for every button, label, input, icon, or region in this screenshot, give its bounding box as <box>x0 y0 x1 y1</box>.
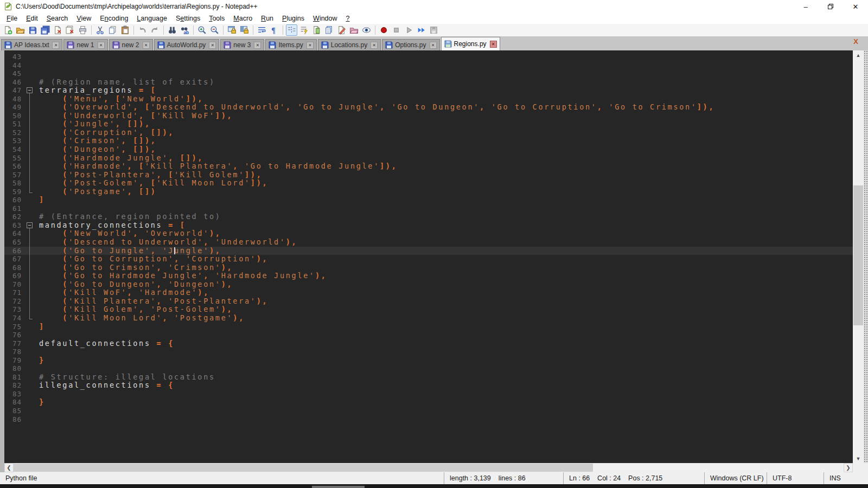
zoom-in-icon[interactable] <box>196 24 208 36</box>
code-text[interactable]: ('Hardmode Jungle', []), <box>35 154 853 163</box>
function-list-icon[interactable] <box>298 24 310 36</box>
fold-collapse-icon[interactable] <box>25 221 35 230</box>
line-number[interactable]: 73 <box>4 305 25 314</box>
code-text[interactable]: ('Postgame', []) <box>35 188 853 196</box>
tab-close-icon[interactable]: ✕ <box>430 42 437 49</box>
code-text[interactable]: ('Corruption', []), <box>35 129 853 137</box>
code-text[interactable]: ('Crimson', []), <box>35 137 853 145</box>
tab-locations-py[interactable]: Locations.py✕ <box>318 39 381 50</box>
line-number[interactable]: 75 <box>4 323 25 331</box>
menu-search[interactable]: Search <box>42 14 73 23</box>
show-all-characters-icon[interactable]: ¶ <box>269 24 280 36</box>
restore-icon[interactable] <box>818 0 843 13</box>
macro-run-multiple-icon[interactable] <box>416 24 427 36</box>
new-file-icon[interactable] <box>2 24 14 36</box>
line-number[interactable]: 80 <box>4 364 25 373</box>
tab-close-icon[interactable]: ✕ <box>307 42 314 49</box>
line-number[interactable]: 44 <box>4 61 25 70</box>
redo-icon[interactable] <box>149 24 161 36</box>
code-text[interactable]: ('Kill Golem', 'Post-Golem'), <box>35 305 853 314</box>
zoom-out-icon[interactable] <box>209 24 220 36</box>
code-text[interactable] <box>35 53 853 61</box>
code-text[interactable]: ('Underworld', ['Kill WoF']), <box>35 112 853 120</box>
menu-window[interactable]: Window <box>309 14 341 23</box>
cut-icon[interactable] <box>94 24 106 36</box>
scroll-right-icon[interactable]: ❯ <box>844 463 853 472</box>
document-map-icon[interactable] <box>311 24 322 36</box>
code-text[interactable]: ('Hardmode', ['Kill Plantera', 'Go to Ha… <box>35 162 853 171</box>
save-icon[interactable] <box>27 24 39 36</box>
line-number[interactable]: 56 <box>4 162 25 171</box>
line-number[interactable]: 64 <box>4 229 25 238</box>
menu-file[interactable]: File <box>2 14 22 23</box>
code-text[interactable]: ] <box>35 323 853 331</box>
vertical-scrollbar-thumb[interactable] <box>853 185 863 325</box>
code-text[interactable] <box>35 69 853 78</box>
tab-close-icon[interactable]: ✕ <box>143 42 150 49</box>
code-text[interactable]: ('Go to Hardmode Jungle', 'Hardmode Jung… <box>35 272 853 280</box>
code-text[interactable]: default_connections = { <box>35 339 853 348</box>
code-text[interactable]: ('Kill WoF', 'Hardmode'), <box>35 288 853 297</box>
line-number[interactable]: 65 <box>4 238 25 247</box>
undo-icon[interactable] <box>137 24 148 36</box>
title-bar[interactable]: C:\Users\Dood\Documents\tmp\Archipelago\… <box>0 0 868 13</box>
line-number[interactable]: 55 <box>4 154 25 163</box>
code-text[interactable] <box>35 407 853 415</box>
scroll-up-icon[interactable]: ▲ <box>853 50 864 60</box>
menu-view[interactable]: View <box>72 14 95 23</box>
code-text[interactable]: illegal_connections = { <box>35 381 853 390</box>
line-number[interactable]: 79 <box>4 356 25 365</box>
save-all-icon[interactable] <box>40 24 51 36</box>
vertical-scrollbar[interactable]: ▲ ▼ <box>853 50 864 463</box>
line-number[interactable]: 85 <box>4 407 25 415</box>
print-icon[interactable] <box>77 24 88 36</box>
code-text[interactable]: ('Post-Golem', ['Kill Moon Lord']), <box>35 179 853 188</box>
menu-plugins[interactable]: Plugins <box>278 14 309 23</box>
file-monitoring-icon[interactable] <box>361 24 372 36</box>
code-text[interactable]: } <box>35 398 853 407</box>
tab-close-icon[interactable]: ✕ <box>209 42 216 49</box>
line-number[interactable]: 45 <box>4 69 25 78</box>
line-number[interactable]: 71 <box>4 288 25 297</box>
code-text[interactable]: ('Go to Jungle', 'Jungle'), <box>35 247 853 255</box>
scroll-down-icon[interactable]: ▼ <box>853 454 864 463</box>
line-number[interactable]: 69 <box>4 272 25 280</box>
line-number[interactable]: 51 <box>4 120 25 129</box>
menu-run[interactable]: Run <box>257 14 278 23</box>
code-text[interactable]: ('Go to Corruption', 'Corruption'), <box>35 255 853 264</box>
line-number[interactable]: 78 <box>4 348 25 356</box>
line-number[interactable]: 57 <box>4 171 25 179</box>
fold-collapse-icon[interactable] <box>25 86 35 95</box>
tab-ap-ideas-txt[interactable]: AP Ideas.txt✕ <box>1 39 62 50</box>
tab-autoworld-py[interactable]: AutoWorld.py✕ <box>154 39 220 50</box>
tab-close-icon[interactable]: ✕ <box>371 42 378 49</box>
macro-save-icon[interactable] <box>428 24 439 36</box>
tabbar-close-icon[interactable]: X <box>853 37 858 46</box>
scroll-left-icon[interactable]: ❮ <box>4 463 14 472</box>
code-text[interactable]: ('Go to Dungeon', 'Dungeon'), <box>35 280 853 289</box>
close-icon[interactable]: ✕ <box>843 0 868 13</box>
line-number[interactable]: 74 <box>4 314 25 323</box>
tab-close-icon[interactable]: ✕ <box>254 42 261 49</box>
menu-encoding[interactable]: Encoding <box>95 14 132 23</box>
menu-settings[interactable]: Settings <box>171 14 205 23</box>
line-number[interactable]: 63 <box>4 221 25 230</box>
tab-new-1[interactable]: new 1✕ <box>63 39 107 50</box>
line-number[interactable]: 53 <box>4 137 25 145</box>
menu-tools[interactable]: Tools <box>205 14 229 23</box>
code-text[interactable]: ('Jungle', []), <box>35 120 853 129</box>
tab-close-icon[interactable]: ✕ <box>490 41 497 48</box>
line-number[interactable]: 83 <box>4 390 25 399</box>
line-number[interactable]: 52 <box>4 129 25 137</box>
line-number[interactable]: 86 <box>4 415 25 424</box>
find-icon[interactable] <box>167 24 178 36</box>
code-text[interactable]: # Structure: illegal locations <box>35 373 853 382</box>
line-number[interactable]: 61 <box>4 204 25 213</box>
code-text[interactable]: ('Go to Crimson', 'Crimson'), <box>35 264 853 272</box>
word-wrap-icon[interactable] <box>256 24 267 36</box>
line-number[interactable]: 58 <box>4 179 25 188</box>
tab-close-icon[interactable]: ✕ <box>98 42 105 49</box>
tab-regions-py[interactable]: Regions.py✕ <box>441 37 500 50</box>
menu-macro[interactable]: Macro <box>229 14 257 23</box>
horizontal-scrollbar[interactable]: ❮ ❯ <box>4 463 853 472</box>
